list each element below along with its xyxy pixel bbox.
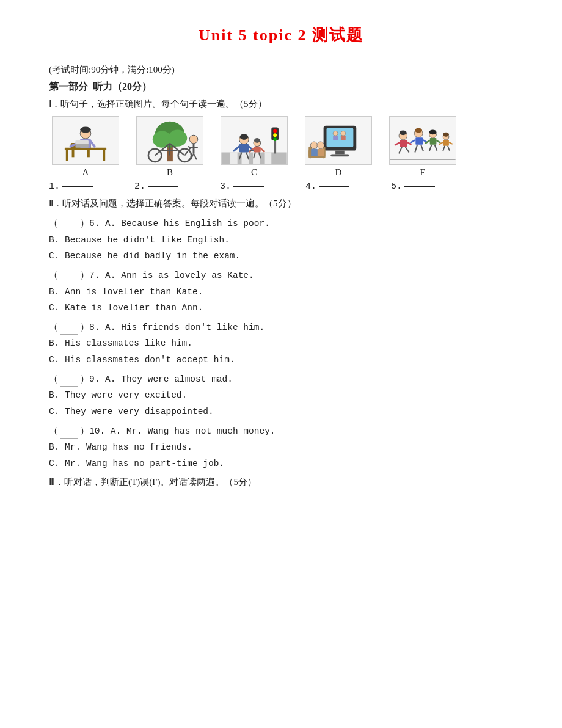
blank-3-input[interactable] [233,186,264,187]
svg-line-96 [449,142,453,144]
svg-line-76 [399,147,402,154]
svg-rect-69 [318,149,324,156]
svg-rect-67 [311,149,318,156]
svg-point-68 [317,142,324,149]
svg-line-89 [436,140,440,143]
svg-rect-12 [75,140,88,144]
blank-4-input[interactable] [319,186,349,187]
svg-rect-73 [400,140,407,147]
q9-paren[interactable] [60,371,78,387]
q10-row-b: B. Mr. Wang has no friends. [49,440,513,455]
image-b: B [133,116,206,178]
svg-line-90 [429,145,432,151]
blank-4: 4. [305,181,391,192]
svg-line-81 [411,140,416,143]
svg-rect-60 [333,136,338,140]
image-d: D [302,116,375,178]
q10-paren[interactable] [60,423,78,439]
section1-title: Ⅰ．听句子，选择正确图片。每个句子读一遍。（5分） [49,98,513,110]
q8-paren[interactable] [60,319,78,335]
svg-point-72 [400,130,407,135]
blank-4-num: 4. [305,181,316,192]
part1-title: 第一部分 听力（20分） [49,81,513,93]
blank-1-input[interactable] [62,186,93,187]
img-d-label: D [335,167,342,178]
blank-1-num: 1. [49,181,60,192]
q6-row-b: B. Because he didn't like English. [49,233,513,248]
svg-point-86 [429,129,437,134]
svg-rect-4 [72,149,75,158]
q7-paren[interactable] [60,268,78,283]
svg-rect-34 [265,153,272,165]
svg-line-91 [435,145,437,151]
exam-info: (考试时间:90分钟，满分:100分) [49,64,513,76]
section3-text: 听对话，判断正(T)误(F)。对话读两遍。（5分） [64,477,257,487]
q9-row-b: B. They were very excited. [49,388,513,403]
blank-3-num: 3. [220,181,231,192]
svg-point-79 [415,128,422,133]
blank-5-num: 5. [391,181,402,192]
svg-line-98 [448,146,450,151]
blanks-row: 1. 2. 3. 4. 5. [49,181,513,192]
svg-point-41 [240,134,249,140]
q8-row-c: C. His classmates don't accept him. [49,352,513,368]
part1-label: 第一部分 [49,81,88,92]
section3-title: Ⅲ．听对话，判断正(T)误(F)。对话读两遍。（5分） [49,476,513,488]
blank-5-input[interactable] [404,186,435,187]
svg-rect-1 [66,150,68,161]
svg-point-48 [254,138,260,143]
q9-row-c: C. They were very disappointed. [49,404,513,420]
question-10: （ ）10. A. Mr. Wang has not much money.B.… [49,423,513,471]
q6-row-c: C. Because he did badly in the exam. [49,249,513,264]
svg-rect-42 [239,144,249,153]
img-a-label: A [82,167,89,178]
q6-paren[interactable] [60,216,78,231]
q8-row-a: （ ）8. A. His friends don't like him. [49,319,513,335]
q6-row-a: （ ）6. A. Because his English is poor. [49,216,513,231]
image-e: E [386,116,459,178]
svg-rect-5 [87,149,90,158]
svg-rect-2 [103,150,105,161]
q7-row-c: C. Kate is lovelier than Ann. [49,300,513,316]
image-c: C [217,116,291,178]
blank-5: 5. [391,181,476,192]
mcq-questions: （ ）6. A. Because his English is poor.B. … [49,216,513,471]
svg-line-51 [261,148,265,152]
svg-line-43 [233,147,239,151]
q10-row-c: C. Mr. Wang has no part-time job. [49,456,513,471]
blank-2: 2. [134,181,220,192]
q9-row-a: （ ）9. A. They were almost mad. [49,371,513,387]
img-c-label: C [251,167,257,178]
svg-rect-58 [330,154,349,156]
svg-line-97 [443,146,445,151]
svg-line-74 [395,142,400,145]
image-a: A [49,116,122,178]
svg-point-37 [273,129,277,133]
section2-text: 听对话及问题，选择正确答案。每段对话读一遍。（5分） [62,198,296,208]
section3-label: Ⅲ． [49,477,64,487]
svg-point-61 [341,131,346,136]
img-e-label: E [420,167,425,178]
svg-line-10 [91,142,95,147]
blank-1: 1. [49,181,134,192]
question-6: （ ）6. A. Because his English is poor.B. … [49,216,513,264]
q10-row-a: （ ）10. A. Mr. Wang has not much money. [49,423,513,439]
img-b-label: B [167,167,173,178]
q7-row-a: （ ）7. A. Ann is as lovely as Kate. [49,268,513,283]
svg-point-38 [273,133,277,137]
svg-point-66 [310,142,318,149]
q7-row-b: B. Ann is lovelier than Kate. [49,285,513,300]
question-7: （ ）7. A. Ann is as lovely as Kate.B. Ann… [49,268,513,316]
svg-point-93 [443,133,449,137]
blank-2-num: 2. [134,181,145,192]
section1-text: 听句子，选择正确图片。每个句子读一遍。（5分） [60,99,267,109]
svg-rect-94 [443,140,449,146]
blank-2-input[interactable] [148,186,178,187]
svg-point-7 [80,127,91,133]
svg-rect-32 [242,153,249,165]
svg-rect-87 [430,138,437,145]
svg-rect-56 [327,128,354,147]
svg-line-77 [406,147,409,153]
images-row: A [49,116,513,178]
svg-rect-49 [254,147,261,153]
